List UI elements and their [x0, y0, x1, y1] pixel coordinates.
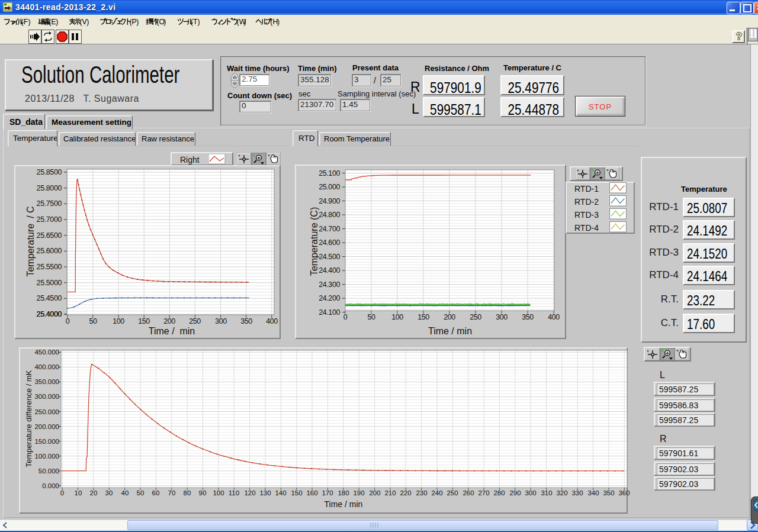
svg-text:): ) — [86, 18, 89, 26]
svg-text:): ) — [56, 18, 58, 26]
svg-text:): ) — [136, 18, 139, 26]
svg-text:): ) — [277, 18, 280, 26]
svg-text:): ) — [198, 18, 200, 26]
svg-text:): ) — [243, 18, 246, 26]
svg-text:): ) — [163, 18, 166, 26]
svg-text:): ) — [28, 18, 30, 26]
